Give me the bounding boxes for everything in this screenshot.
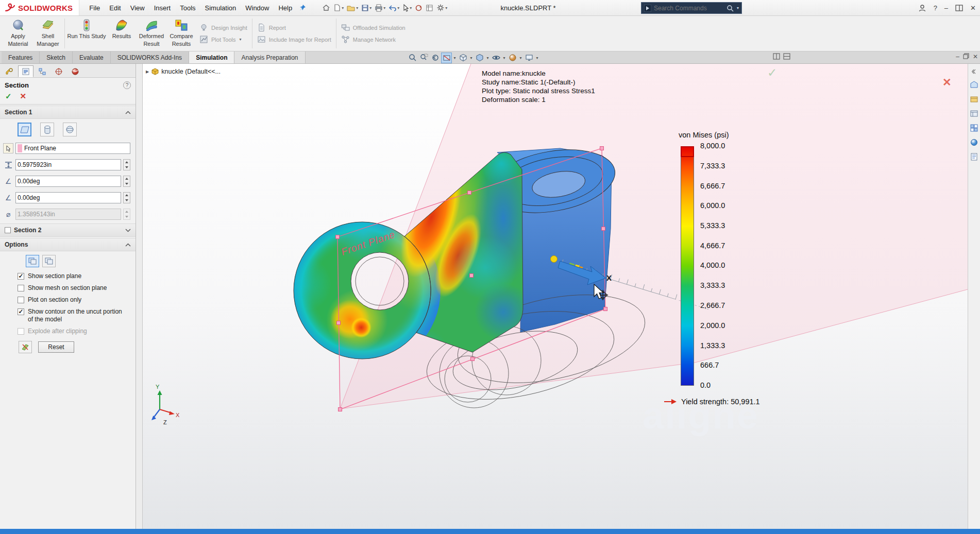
checkbox-show-mesh-on-section-plane[interactable]: Show mesh on section plane: [0, 282, 136, 294]
offloaded-simulation-button[interactable]: Offloaded Simulation: [341, 23, 405, 32]
plot-tools-button[interactable]: Plot Tools ▾: [199, 35, 247, 44]
help-icon[interactable]: ?: [934, 4, 937, 12]
ok-button[interactable]: ✓: [5, 92, 12, 101]
y-rotation-field[interactable]: [15, 192, 121, 203]
solidworks-resources-icon[interactable]: [970, 81, 978, 89]
include-image-for-report-button[interactable]: Include Image for Report: [257, 35, 331, 44]
display-style-dropdown-icon[interactable]: ▾: [485, 56, 490, 60]
doc-minimize-icon[interactable]: –: [956, 53, 959, 60]
menu-file[interactable]: File: [85, 1, 105, 15]
deformed-result-button[interactable]: DeformedResult: [137, 16, 166, 51]
search-icon[interactable]: [726, 5, 734, 12]
tab-features[interactable]: Features: [2, 51, 40, 63]
feature-manager-tab[interactable]: [2, 65, 17, 77]
menu-edit[interactable]: Edit: [105, 1, 125, 15]
y-rotation-spinner[interactable]: [123, 192, 130, 203]
close-icon[interactable]: ✕: [970, 4, 976, 12]
checkbox-plot-on-section-only[interactable]: Plot on section only: [0, 294, 136, 306]
section-view-icon[interactable]: [441, 53, 452, 63]
previous-view-icon[interactable]: [430, 53, 441, 63]
expand-chevron-icon[interactable]: [125, 229, 131, 232]
offset-distance-field[interactable]: [15, 159, 121, 170]
checkbox-box[interactable]: ✓: [18, 308, 24, 315]
dimxpert-manager-tab[interactable]: [51, 65, 66, 77]
reference-plane-input[interactable]: [24, 145, 128, 152]
plot-tools-dropdown-icon[interactable]: ▾: [240, 37, 242, 42]
confirmation-close-icon[interactable]: ✕: [942, 76, 952, 89]
view-settings-dropdown-icon[interactable]: ▾: [535, 56, 539, 60]
offset-spinner[interactable]: [123, 159, 130, 170]
planar-section-button[interactable]: [18, 123, 31, 136]
rebuild-icon[interactable]: [413, 3, 424, 13]
menu-tools[interactable]: Tools: [175, 1, 200, 15]
appearance-dropdown-icon[interactable]: ▾: [518, 56, 523, 60]
pin-menu-icon[interactable]: [299, 4, 306, 11]
menu-simulation[interactable]: Simulation: [200, 1, 241, 15]
split-pane-icon[interactable]: [773, 53, 780, 60]
open-file-icon[interactable]: ▾: [345, 3, 360, 13]
menu-window[interactable]: Window: [241, 1, 274, 15]
offset-distance-input[interactable]: [18, 161, 119, 168]
options-gear-icon[interactable]: ▾: [435, 3, 449, 13]
breadcrumb-arrow-icon[interactable]: ▸: [146, 67, 149, 75]
x-rotation-input[interactable]: [18, 178, 119, 185]
model-scene[interactable]: Front Plane X: [143, 64, 968, 529]
run-this-study-button[interactable]: Run This Study: [66, 16, 107, 51]
file-explorer-icon[interactable]: [970, 110, 978, 117]
section-view-dropdown-icon[interactable]: ▾: [452, 56, 457, 60]
display-manager-tab[interactable]: [67, 65, 83, 77]
tab-simulation[interactable]: Simulation: [189, 51, 234, 63]
print-icon[interactable]: ▾: [373, 3, 387, 13]
view-orientation-icon[interactable]: [458, 53, 468, 63]
user-account-icon[interactable]: [918, 4, 926, 12]
search-dropdown-icon[interactable]: ▾: [737, 6, 739, 10]
new-document-icon[interactable]: ▾: [332, 3, 345, 13]
custom-properties-icon[interactable]: [970, 153, 978, 161]
union-zone-button[interactable]: [42, 255, 56, 267]
report-button[interactable]: Report: [257, 23, 331, 32]
minimize-icon[interactable]: –: [944, 4, 948, 12]
checkbox-show-section-plane[interactable]: ✓ Show section plane: [0, 270, 136, 282]
property-manager-tab[interactable]: [18, 65, 33, 77]
search-input[interactable]: [654, 5, 724, 12]
options-group-header[interactable]: Options: [0, 238, 136, 251]
checkbox-box[interactable]: [18, 285, 24, 291]
shell-manager-button[interactable]: ShellManager: [33, 16, 63, 51]
cylindrical-section-button[interactable]: [40, 123, 54, 136]
panel-splitter[interactable]: [136, 64, 143, 529]
section2-checkbox[interactable]: [5, 227, 11, 233]
pane-layout-icon[interactable]: [783, 53, 790, 60]
checkbox-box[interactable]: [18, 297, 24, 303]
help-icon[interactable]: ?: [123, 81, 131, 89]
reset-button[interactable]: Reset: [38, 341, 74, 353]
x-rotation-field[interactable]: [15, 176, 121, 187]
hide-show-dropdown-icon[interactable]: ▾: [502, 56, 506, 60]
drag-origin-dot[interactable]: [551, 256, 557, 263]
tab-solidworks-add-ins[interactable]: SOLIDWORKS Add-Ins: [111, 51, 189, 63]
collapse-chevron-icon[interactable]: [125, 243, 131, 247]
breadcrumb[interactable]: ▸ knuckle (Default<<...: [146, 67, 221, 75]
breadcrumb-text[interactable]: knuckle (Default<<...: [161, 68, 221, 75]
zoom-to-area-icon[interactable]: [418, 53, 429, 63]
search-box[interactable]: ▾: [641, 2, 742, 14]
search-scope-icon[interactable]: [644, 5, 651, 12]
tab-analysis-preparation[interactable]: Analysis Preparation: [234, 51, 305, 63]
task-pane-collapse-icon[interactable]: [972, 69, 977, 74]
file-properties-icon[interactable]: [424, 3, 435, 13]
select-cursor-icon[interactable]: ▾: [401, 3, 413, 13]
undo-icon[interactable]: ▾: [387, 3, 401, 12]
edit-appearance-icon[interactable]: [507, 53, 518, 63]
doc-close-icon[interactable]: ✕: [973, 53, 978, 60]
collapse-chevron-icon[interactable]: [125, 111, 131, 114]
manage-network-button[interactable]: Manage Network: [341, 35, 405, 44]
menu-view[interactable]: View: [126, 1, 149, 15]
x-rotation-spinner[interactable]: [123, 176, 130, 187]
spherical-section-button[interactable]: [63, 123, 77, 136]
display-style-icon[interactable]: [474, 53, 485, 63]
tab-sketch[interactable]: Sketch: [40, 51, 73, 63]
menu-insert[interactable]: Insert: [149, 1, 176, 15]
view-palette-icon[interactable]: [970, 124, 978, 132]
view-settings-icon[interactable]: [523, 53, 534, 63]
section2-group-header[interactable]: Section 2: [0, 223, 136, 237]
section1-group-header[interactable]: Section 1: [0, 106, 136, 119]
